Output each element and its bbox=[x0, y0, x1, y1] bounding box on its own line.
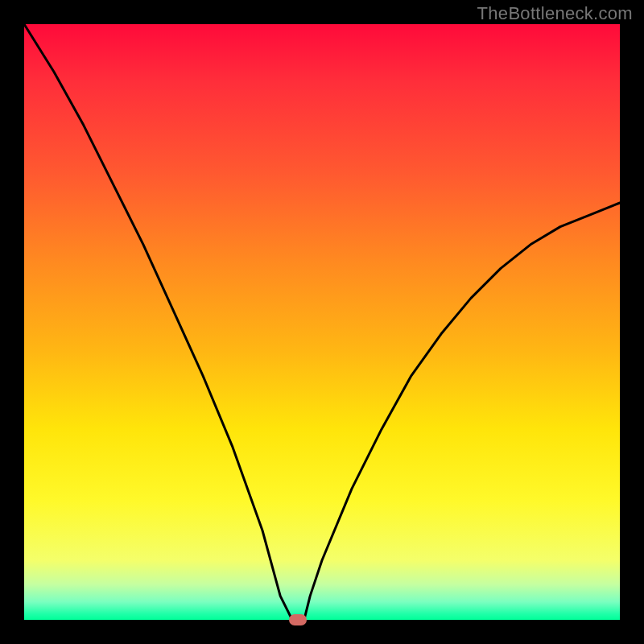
chart-container: TheBottleneck.com bbox=[0, 0, 644, 644]
plot-area bbox=[24, 24, 620, 620]
bottleneck-curve bbox=[24, 24, 620, 620]
optimal-point-marker bbox=[289, 614, 307, 625]
watermark-label: TheBottleneck.com bbox=[477, 3, 633, 24]
